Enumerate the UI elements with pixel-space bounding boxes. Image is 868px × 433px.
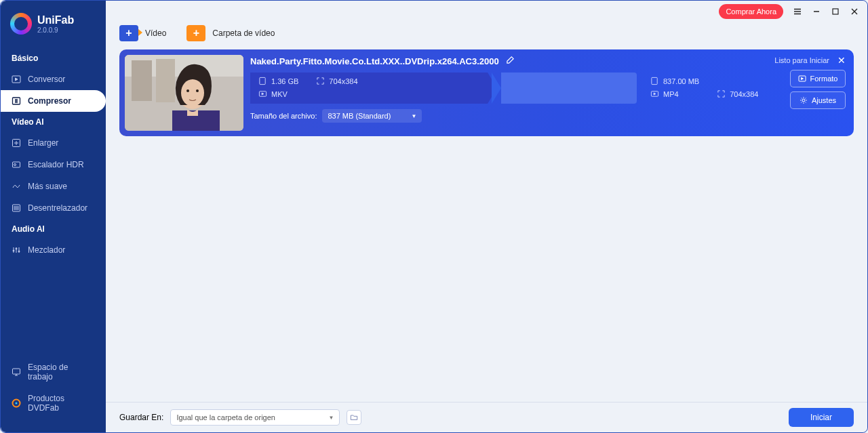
svg-point-8 [18, 251, 20, 252]
sidebar: UniFab 2.0.0.9 Básico Conversor Compreso… [1, 1, 106, 432]
file-icon [650, 77, 659, 85]
chevron-down-icon: ▼ [328, 415, 334, 421]
mixer-icon [12, 245, 21, 255]
section-video-ai: Vídeo AI [1, 112, 106, 132]
file-icon [258, 77, 267, 85]
sidebar-item-compresor[interactable]: Compresor [1, 90, 106, 112]
section-audio-ai: Audio AI [1, 219, 106, 239]
svg-rect-15 [132, 60, 152, 101]
hdr-icon [12, 160, 21, 169]
add-folder-label: Carpeta de vídeo [212, 28, 275, 38]
svg-point-21 [196, 89, 199, 92]
svg-rect-22 [260, 77, 265, 84]
format-icon [650, 89, 659, 98]
toolbar: + Vídeo + Carpeta de vídeo [106, 22, 867, 49]
start-button[interactable]: Iniciar [789, 408, 854, 427]
close-icon[interactable] [850, 7, 859, 16]
dst-size: 837.00 MB [663, 77, 699, 85]
format-button[interactable]: Formato [790, 70, 846, 87]
filesize-dropdown[interactable]: 837 MB (Standard) ▼ [322, 109, 422, 123]
format-label: Formato [810, 75, 838, 83]
sidebar-item-label: Mezclador [28, 245, 65, 255]
logo-area: UniFab 2.0.0.9 [1, 1, 106, 48]
main: Comprar Ahora + Vídeo + Carpeta de vídeo [106, 1, 867, 432]
workspace-icon [12, 367, 21, 377]
content: Naked.Party.Fitto.Movie.Co.Ltd.XXX..DVDr… [106, 49, 867, 402]
minimize-icon[interactable] [812, 7, 821, 16]
sidebar-item-suave[interactable]: Más suave [1, 176, 106, 197]
sidebar-item-label: Espacio de trabajo [28, 363, 95, 382]
src-size: 1.36 GB [271, 77, 298, 85]
dvdfab-icon [12, 398, 21, 408]
sidebar-item-label: Productos DVDFab [28, 394, 95, 413]
sidebar-item-workspace[interactable]: Espacio de trabajo [1, 356, 106, 388]
browse-folder-button[interactable] [347, 410, 361, 425]
src-format: MKV [271, 90, 288, 98]
smooth-icon [12, 182, 21, 191]
resolution-icon [316, 77, 325, 85]
dst-format: MP4 [663, 90, 679, 98]
sidebar-item-label: Conversor [28, 75, 65, 84]
bottom-bar: Guardar En: Igual que la carpeta de orig… [106, 402, 867, 432]
svg-point-7 [16, 248, 17, 249]
sidebar-item-hdr[interactable]: Escalador HDR [1, 154, 106, 176]
video-title: Naked.Party.Fitto.Movie.Co.Ltd.XXX..DVDr… [250, 56, 499, 66]
video-card: Naked.Party.Fitto.Movie.Co.Ltd.XXX..DVDr… [119, 49, 854, 136]
svg-point-4 [14, 164, 16, 166]
sidebar-item-dvdfab[interactable]: Productos DVDFab [1, 388, 106, 419]
svg-point-20 [186, 89, 189, 92]
svg-point-27 [802, 99, 805, 102]
card-status: Listo para Iniciar [774, 56, 829, 64]
sidebar-item-deinterlace[interactable]: Desentrelazador [1, 197, 106, 219]
save-location-select[interactable]: Igual que la carpeta de origen ▼ [170, 409, 340, 426]
sidebar-item-mezclador[interactable]: Mezclador [1, 239, 106, 261]
settings-button[interactable]: Ajustes [790, 91, 846, 109]
save-location-value: Igual que la carpeta de origen [176, 413, 275, 421]
edit-title-icon[interactable] [506, 55, 515, 67]
src-res: 704x384 [329, 77, 357, 85]
svg-point-18 [181, 79, 204, 106]
sidebar-item-label: Desentrelazador [28, 203, 87, 213]
compress-icon [12, 96, 21, 106]
dst-res: 704x384 [730, 90, 758, 98]
brand-version: 2.0.0.9 [37, 26, 74, 34]
svg-point-6 [13, 250, 14, 251]
settings-label: Ajustes [812, 96, 836, 104]
remove-card-icon[interactable]: ✕ [837, 55, 846, 66]
filesize-label: Tamaño del archivo: [250, 112, 317, 120]
sidebar-item-label: Escalador HDR [28, 160, 84, 169]
maximize-icon[interactable] [831, 7, 840, 16]
deinterlace-icon [12, 203, 21, 213]
plus-folder-icon: + [186, 25, 205, 41]
titlebar: Comprar Ahora [106, 1, 867, 22]
resolution-icon [717, 89, 726, 98]
add-video-label: Vídeo [145, 28, 166, 38]
sidebar-item-label: Más suave [28, 182, 67, 191]
chevron-down-icon: ▼ [411, 113, 416, 119]
svg-rect-24 [652, 77, 657, 84]
format-icon [258, 89, 267, 98]
sidebar-item-conversor[interactable]: Conversor [1, 68, 106, 90]
svg-rect-16 [156, 59, 175, 102]
filesize-value: 837 MB (Standard) [328, 112, 391, 120]
video-thumbnail[interactable] [125, 55, 243, 131]
logo-icon [10, 13, 32, 35]
svg-rect-9 [13, 369, 20, 374]
save-in-label: Guardar En: [119, 413, 163, 422]
add-video-button[interactable]: + Vídeo [119, 25, 166, 41]
svg-point-11 [16, 403, 18, 405]
menu-icon[interactable] [793, 7, 802, 16]
enlarge-icon [12, 138, 21, 148]
svg-rect-12 [833, 9, 838, 14]
plus-video-icon: + [119, 25, 138, 41]
play-icon [12, 75, 21, 84]
add-folder-button[interactable]: + Carpeta de vídeo [186, 25, 275, 41]
buy-now-button[interactable]: Comprar Ahora [719, 4, 783, 19]
section-basico: Básico [1, 48, 106, 68]
sidebar-item-label: Compresor [28, 96, 71, 106]
brand-name: UniFab [37, 14, 74, 26]
sidebar-item-label: Enlarger [28, 138, 58, 148]
sidebar-item-enlarger[interactable]: Enlarger [1, 132, 106, 154]
